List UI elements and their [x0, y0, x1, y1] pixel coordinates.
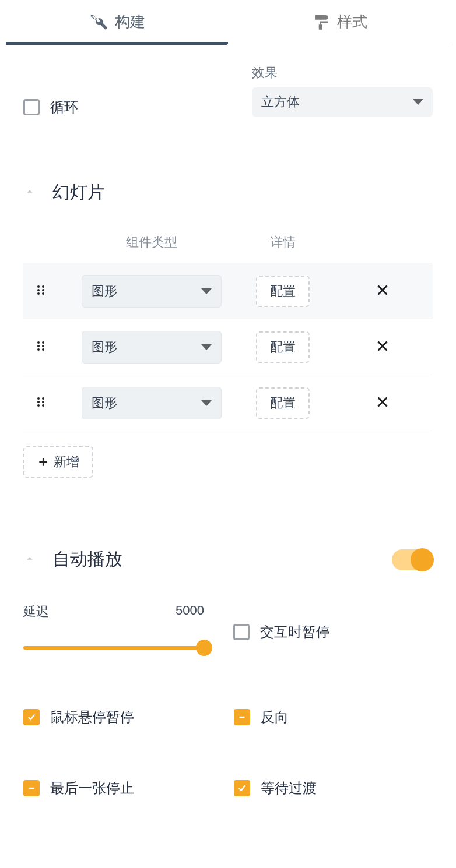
effect-value: 立方体: [261, 93, 300, 111]
table-row: 图形 配置: [23, 263, 433, 319]
autoplay-toggle[interactable]: [392, 549, 433, 570]
svg-point-17: [42, 404, 44, 407]
table-row: 图形 配置: [23, 319, 433, 375]
wait-for-transition-checkbox[interactable]: [234, 780, 250, 796]
add-slide-label: 新增: [54, 453, 79, 471]
row-type-select[interactable]: 图形: [82, 331, 222, 364]
delete-row-button[interactable]: [375, 394, 390, 412]
reverse-checkbox[interactable]: [234, 709, 250, 725]
row-type-value: 图形: [92, 394, 117, 412]
check-icon: [237, 783, 247, 793]
loop-label: 循环: [50, 98, 78, 117]
svg-point-10: [42, 345, 44, 347]
tabs: 构建 样式: [6, 0, 450, 44]
table-header: 组件类型 详情: [23, 234, 433, 263]
svg-point-12: [37, 397, 40, 400]
add-slide-button[interactable]: 新增: [23, 446, 93, 478]
svg-point-0: [37, 285, 40, 288]
row-loop-effect: 循环 效果 立方体: [23, 64, 433, 117]
row-type-select[interactable]: 图形: [82, 387, 222, 419]
svg-point-7: [37, 345, 40, 347]
section-slides-header[interactable]: 幻灯片: [23, 181, 433, 204]
drag-handle-icon[interactable]: [34, 339, 48, 355]
svg-point-11: [42, 348, 44, 351]
drag-handle-icon[interactable]: [34, 395, 48, 411]
effect-select[interactable]: 立方体: [252, 87, 433, 117]
plus-icon: [37, 456, 49, 468]
section-autoplay-title: 自动播放: [52, 548, 122, 571]
configure-button[interactable]: 配置: [256, 276, 310, 307]
tools-icon: [89, 12, 109, 32]
chevron-down-icon: [201, 288, 212, 294]
delay-value: 5000: [176, 603, 204, 620]
section-autoplay-header[interactable]: 自动播放: [23, 548, 433, 571]
minus-icon: [26, 783, 37, 793]
chevron-up-icon: [23, 552, 36, 567]
svg-point-13: [37, 401, 40, 403]
paint-roller-icon: [311, 12, 331, 32]
configure-button[interactable]: 配置: [256, 331, 310, 363]
configure-button[interactable]: 配置: [256, 387, 310, 419]
row-type-select[interactable]: 图形: [82, 275, 222, 308]
col-type-label: 组件类型: [76, 234, 227, 251]
effect-label: 效果: [252, 64, 433, 82]
chevron-down-icon: [201, 344, 212, 350]
slider-thumb[interactable]: [196, 640, 212, 656]
pause-on-interact-label: 交互时暂停: [260, 623, 330, 641]
tab-build[interactable]: 构建: [6, 0, 228, 44]
stop-on-last-checkbox[interactable]: [23, 780, 40, 796]
check-icon: [26, 712, 37, 722]
drag-handle-icon[interactable]: [34, 283, 48, 299]
delay-label: 延迟: [23, 603, 49, 620]
pause-on-interact-checkbox[interactable]: [233, 624, 250, 640]
chevron-up-icon: [23, 185, 36, 200]
reverse-label: 反向: [261, 708, 289, 726]
field-loop: 循环: [23, 86, 78, 117]
delay-field: 延迟 5000: [23, 603, 204, 650]
table-row: 图形 配置: [23, 375, 433, 431]
slides-table: 组件类型 详情 图形 配置 图形 配置 图形 配置: [23, 234, 433, 431]
svg-point-6: [37, 341, 40, 344]
chevron-down-icon: [413, 99, 423, 105]
pause-on-hover-checkbox[interactable]: [23, 709, 40, 725]
svg-point-15: [42, 397, 44, 400]
svg-point-4: [42, 289, 44, 291]
chevron-down-icon: [201, 400, 212, 406]
delete-row-button[interactable]: [375, 283, 390, 300]
row-type-value: 图形: [92, 338, 117, 356]
delete-row-button[interactable]: [375, 338, 390, 356]
svg-point-9: [42, 341, 44, 344]
tab-build-label: 构建: [115, 12, 145, 32]
svg-point-5: [42, 292, 44, 295]
svg-point-8: [37, 348, 40, 351]
row-type-value: 图形: [92, 283, 117, 300]
col-detail-label: 详情: [227, 234, 338, 251]
panel-build: 循环 效果 立方体 幻灯片 组件类型 详情 图形 配置: [6, 44, 450, 868]
svg-point-1: [37, 289, 40, 291]
svg-point-3: [42, 285, 44, 288]
svg-point-2: [37, 292, 40, 295]
loop-checkbox[interactable]: [23, 99, 40, 115]
tab-style[interactable]: 样式: [228, 0, 450, 44]
minus-icon: [237, 712, 247, 722]
tab-style-label: 样式: [337, 12, 367, 32]
delay-slider[interactable]: [23, 646, 204, 650]
section-slides-title: 幻灯片: [52, 181, 105, 204]
svg-point-14: [37, 404, 40, 407]
stop-on-last-label: 最后一张停止: [50, 779, 134, 798]
pause-on-hover-label: 鼠标悬停暂停: [50, 708, 134, 726]
section-autoplay: 自动播放 延迟 5000 交互时暂停: [23, 548, 433, 798]
wait-for-transition-label: 等待过渡: [261, 779, 317, 798]
svg-point-16: [42, 401, 44, 403]
field-effect: 效果 立方体: [252, 64, 433, 117]
